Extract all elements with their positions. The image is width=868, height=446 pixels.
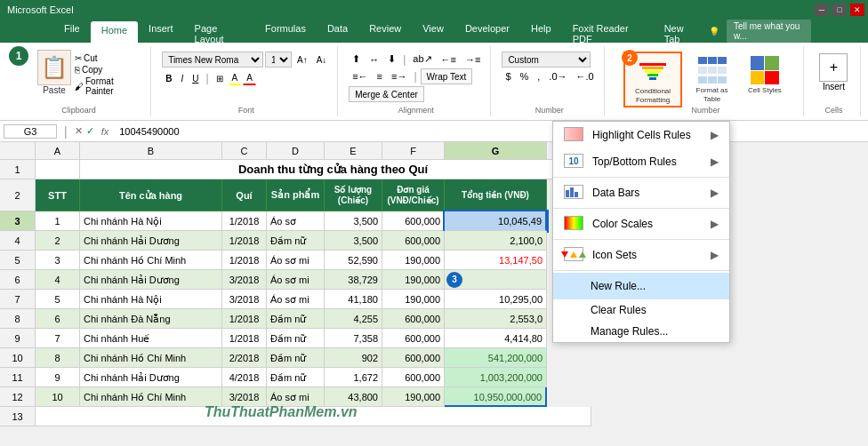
menu-item-color-scales[interactable]: Color Scales ▶ (553, 211, 729, 237)
cell-a9[interactable]: 7 (36, 329, 80, 348)
increase-decimal-btn[interactable]: .0→ (545, 69, 570, 84)
tab-developer[interactable]: Developer (454, 20, 520, 43)
cell-d2[interactable]: Sản phẩm (267, 179, 325, 211)
fill-color-button[interactable]: A (229, 71, 242, 85)
cell-e9[interactable]: 7,358 (325, 329, 382, 348)
col-header-a[interactable]: A (36, 142, 80, 160)
cell-b11[interactable]: Chi nhánh Hải Dương (80, 368, 222, 387)
cell-a4[interactable]: 2 (36, 231, 80, 251)
cell-d5[interactable]: Áo sơ mi nữ (267, 251, 325, 270)
col-header-f[interactable]: F (382, 142, 445, 160)
tab-formulas[interactable]: Formulas (254, 20, 317, 43)
cell-d11[interactable]: Đầm nữ (267, 368, 325, 387)
menu-item-new-rule[interactable]: New Rule... (553, 273, 729, 299)
orientation-btn[interactable]: ab↗ (409, 52, 435, 67)
insert-button[interactable]: + Insert (816, 52, 851, 93)
cell-f2[interactable]: Đơn giá (VNĐ/Chiếc) (382, 179, 445, 211)
tab-view[interactable]: View (412, 20, 454, 43)
row-header-10[interactable]: 10 (0, 348, 36, 368)
underline-button[interactable]: U (189, 72, 202, 85)
cell-g12[interactable]: 10,950,000,000 (445, 387, 547, 407)
cell-d4[interactable]: Đầm nữ (267, 231, 325, 251)
copy-button[interactable]: ⎘Copy (75, 65, 143, 75)
align-center-btn[interactable]: ≡ (374, 69, 386, 84)
tab-foxit[interactable]: Foxit Reader PDF (562, 20, 654, 43)
border-button[interactable]: ⊞ (213, 72, 227, 85)
font-name-select[interactable]: Times New Roma (162, 52, 263, 68)
cell-d3[interactable]: Áo sơ (267, 211, 325, 231)
tab-review[interactable]: Review (358, 20, 412, 43)
tab-data[interactable]: Data (317, 20, 358, 43)
row-header-6[interactable]: 6 (0, 270, 36, 290)
cell-a2[interactable]: STT (36, 179, 80, 211)
row-header-9[interactable]: 9 (0, 329, 36, 348)
row-header-8[interactable]: 8 (0, 309, 36, 329)
cell-d9[interactable]: Đầm nữ (267, 329, 325, 348)
paste-button[interactable]: 📋 Paste (37, 50, 71, 95)
menu-item-manage-rules[interactable]: Manage Rules... (553, 321, 729, 342)
col-header-b[interactable]: B (80, 142, 222, 160)
menu-item-highlight-cells[interactable]: Highlight Cells Rules ▶ (553, 122, 729, 148)
format-as-table-button[interactable]: Format as Table (686, 52, 738, 106)
cell-c4[interactable]: 1/2018 (222, 231, 267, 251)
maximize-btn[interactable]: □ (832, 4, 847, 16)
tab-insert[interactable]: Insert (138, 20, 184, 43)
tab-home[interactable]: Home (91, 21, 138, 43)
indent-inc-btn[interactable]: →≡ (462, 52, 484, 67)
cell-a8[interactable]: 6 (36, 309, 80, 329)
cell-d6[interactable]: Áo sơ mi nữ (267, 270, 325, 290)
cut-button[interactable]: ✂Cut (75, 53, 143, 63)
indent-dec-btn[interactable]: ←≡ (438, 52, 460, 67)
cell-c12[interactable]: 3/2018 (222, 387, 267, 407)
title-cell[interactable]: Doanh thu từng cửa hàng theo Quí (80, 160, 587, 179)
cell-f11[interactable]: 600,000 (382, 368, 445, 387)
decrease-font-btn[interactable]: A↓ (313, 53, 331, 67)
percent-btn[interactable]: % (517, 69, 533, 84)
cell-g6[interactable]: 3 (445, 270, 547, 290)
cell-b2[interactable]: Tên cửa hàng (80, 179, 222, 211)
cell-c10[interactable]: 2/2018 (222, 348, 267, 368)
row-header-1[interactable]: 1 (0, 160, 36, 179)
tell-me-input[interactable]: Tell me what you w... (727, 20, 811, 43)
comma-btn[interactable]: , (534, 69, 543, 84)
cell-g2[interactable]: Tổng tiền (VNĐ) (445, 179, 547, 211)
row-header-3[interactable]: 3 (0, 211, 36, 231)
cell-c7[interactable]: 3/2018 (222, 290, 267, 309)
font-color-button[interactable]: A (243, 71, 256, 85)
italic-button[interactable]: I (177, 72, 187, 85)
cell-a12[interactable]: 10 (36, 387, 80, 407)
cell-e6[interactable]: 38,729 (325, 270, 382, 290)
cell-g9[interactable]: 4,414,80 (445, 329, 547, 348)
cell-f9[interactable]: 600,000 (382, 329, 445, 348)
align-bottom-btn[interactable]: ⬇ (384, 52, 399, 67)
row-header-13[interactable]: 13 (0, 407, 36, 426)
menu-item-data-bars[interactable]: Data Bars ▶ (553, 179, 729, 206)
cell-g7[interactable]: 10,295,00 (445, 290, 547, 309)
cell-styles-button[interactable]: Cell Styles (742, 52, 788, 97)
cell-b3[interactable]: Chi nhánh Hà Nội (80, 211, 222, 231)
cell-f3[interactable]: 600,000 (382, 211, 445, 231)
cell-e7[interactable]: 41,180 (325, 290, 382, 309)
cell-d8[interactable]: Đầm nữ (267, 309, 325, 329)
cell-c6[interactable]: 3/2018 (222, 270, 267, 290)
cell-a6[interactable]: 4 (36, 270, 80, 290)
bold-button[interactable]: B (162, 72, 175, 85)
tab-help[interactable]: Help (520, 20, 562, 43)
cell-c8[interactable]: 1/2018 (222, 309, 267, 329)
formula-input[interactable]: 10045490000 (116, 125, 864, 138)
cell-a7[interactable]: 5 (36, 290, 80, 309)
cell-b10[interactable]: Chi nhánh Hồ Chí Minh (80, 348, 222, 368)
menu-item-clear-rules[interactable]: Clear Rules (553, 299, 729, 321)
cell-e11[interactable]: 1,672 (325, 368, 382, 387)
cell-f5[interactable]: 190,000 (382, 251, 445, 270)
cell-b7[interactable]: Chi nhánh Hà Nội (80, 290, 222, 309)
cell-b12[interactable]: Chi nhánh Hồ Chí Minh (80, 387, 222, 407)
cell-g4[interactable]: 2,100,0 (445, 231, 547, 251)
tab-page-layout[interactable]: Page Layout (184, 20, 254, 43)
cell-a3[interactable]: 1 (36, 211, 80, 231)
row-header-5[interactable]: 5 (0, 251, 36, 270)
wrap-text-button[interactable]: Wrap Text (421, 68, 473, 84)
cell-c11[interactable]: 4/2018 (222, 368, 267, 387)
cell-d10[interactable]: Đầm nữ (267, 348, 325, 368)
align-right-btn[interactable]: ≡→ (388, 69, 410, 84)
